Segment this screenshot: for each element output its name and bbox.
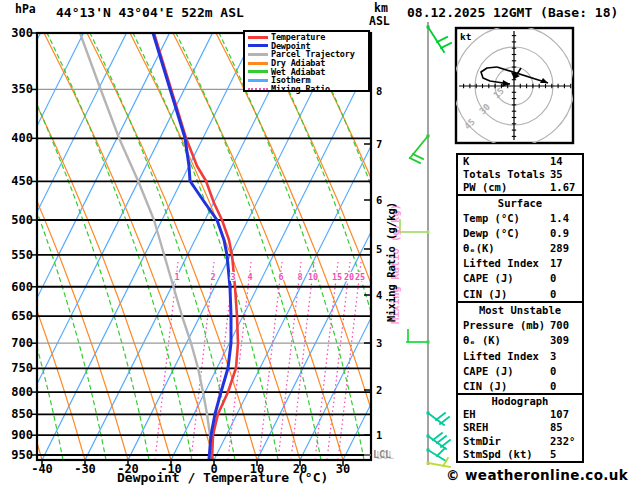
wind-barb: [427, 26, 452, 53]
row-value: 289: [550, 241, 569, 256]
mixing-ratio-axis-label: Mixing Ratio (g/kg): [385, 177, 397, 347]
pressure-tick-label: 750: [11, 361, 33, 375]
table-row: CAPE (J)0: [458, 271, 582, 286]
row-label: θₑ(K): [463, 242, 495, 254]
panel-title: Surface: [458, 196, 582, 211]
row-value: 14: [550, 155, 563, 168]
wind-barb: [427, 412, 450, 426]
pressure-axis-unit: hPa: [15, 2, 36, 16]
mixing-ratio-value-label: 1: [174, 272, 179, 282]
pressure-tick-label: 900: [11, 428, 33, 442]
table-row: Lifted Index3: [458, 349, 582, 364]
indices-panel: HodographEH107SREH85StmDir232°StmSpd (kt…: [456, 393, 584, 463]
wind-barb: [410, 135, 430, 164]
row-value: 0: [550, 379, 556, 394]
legend-line-swatch: [248, 36, 268, 39]
indices-panel: K14Totals Totals35PW (cm)1.67: [456, 153, 584, 196]
wind-barb: [427, 433, 451, 449]
legend-line-swatch: [248, 88, 268, 90]
pressure-tick-label: 650: [11, 309, 33, 323]
lcl-label: LCL: [373, 449, 391, 460]
mixing-ratio-value-label: 20: [344, 272, 354, 282]
row-value: 35: [550, 168, 563, 181]
table-row: θₑ(K)289: [458, 241, 582, 256]
legend-line-swatch: [248, 70, 268, 73]
legend-item-label: Mixing Ratio: [271, 84, 330, 94]
km-tick-label: 4: [376, 289, 382, 301]
row-label: CIN (J): [463, 380, 507, 392]
row-label: CAPE (J): [463, 365, 514, 377]
legend-item: Mixing Ratio: [248, 85, 368, 94]
row-label: Totals Totals: [463, 168, 545, 180]
table-row: Dewp (°C)0.9: [458, 226, 582, 241]
row-label: PW (cm): [463, 181, 507, 193]
pressure-tick-label: 450: [11, 174, 33, 188]
row-value: 700: [550, 318, 569, 333]
km-tick-label: 2: [376, 384, 382, 396]
row-value: 5: [550, 448, 556, 461]
row-value: 3: [550, 349, 556, 364]
wind-barb: [427, 458, 451, 467]
table-row: CAPE (J)0: [458, 364, 582, 379]
row-label: CIN (J): [463, 288, 507, 300]
altitude-axis-unit: km: [374, 1, 388, 15]
table-row: θₑ (K)309: [458, 333, 582, 348]
km-tick-label: 3: [376, 337, 382, 349]
table-row: PW (cm)1.67: [458, 181, 582, 194]
pressure-tick-label: 850: [11, 407, 33, 421]
row-value: 1.4: [550, 211, 569, 226]
mixing-ratio-value-label: 6: [278, 272, 283, 282]
indices-panel: SurfaceTemp (°C)1.4Dewp (°C)0.9θₑ(K)289L…: [456, 194, 584, 304]
wind-barb: [427, 448, 447, 461]
row-label: StmSpd (kt): [463, 448, 533, 460]
panel-title: Hodograph: [458, 395, 582, 408]
table-row: Totals Totals35: [458, 168, 582, 181]
legend: TemperatureDewpointParcel TrajectoryDry …: [243, 30, 370, 92]
row-value: 0: [550, 287, 556, 302]
pressure-tick-label: 500: [11, 213, 33, 227]
mixing-ratio-value-label: 2: [210, 272, 215, 282]
table-row: CIN (J)0: [458, 379, 582, 394]
row-label: Pressure (mb): [463, 319, 545, 331]
panel-title: Most Unstable: [458, 303, 582, 318]
row-label: Lifted Index: [463, 257, 539, 269]
legend-line-swatch: [248, 79, 268, 82]
temp-tick-label: -40: [31, 462, 53, 476]
mixing-ratio-value-label: 3: [230, 272, 235, 282]
pressure-tick-label: 700: [11, 336, 33, 350]
km-tick-label: 6: [376, 194, 382, 206]
row-value: 107: [550, 408, 569, 421]
hodograph: 153045kt: [454, 26, 574, 146]
skewt-sounding-app: 3003504004505005506006507007508008509009…: [0, 0, 629, 486]
mixing-ratio-value-label: 8: [297, 272, 302, 282]
table-row: CIN (J)0: [458, 287, 582, 302]
row-label: CAPE (J): [463, 272, 514, 284]
row-label: Temp (°C): [463, 212, 520, 224]
km-tick-label: 1: [376, 429, 382, 441]
pressure-tick-label: 950: [11, 448, 33, 462]
temp-tick-label: -30: [74, 462, 96, 476]
table-row: EH107: [458, 408, 582, 421]
row-value: 0.9: [550, 226, 569, 241]
altitude-axis-unit-2: ASL: [369, 14, 390, 28]
hodograph-unit-label: kt: [460, 31, 471, 42]
wind-barb: [407, 330, 430, 344]
row-label: θₑ (K): [463, 334, 501, 346]
table-row: Lifted Index17: [458, 256, 582, 271]
legend-line-swatch: [248, 44, 268, 47]
mixing-ratio-value-label: 25: [355, 272, 365, 282]
row-label: K: [463, 155, 469, 167]
row-value: 309: [550, 333, 569, 348]
table-row: Temp (°C)1.4: [458, 211, 582, 226]
pressure-tick-label: 350: [11, 82, 33, 96]
temp-tick-label: 30: [336, 462, 350, 476]
pressure-tick-label: 400: [11, 131, 33, 145]
mixing-ratio-value-label: 15: [332, 272, 342, 282]
pressure-tick-label: 600: [11, 280, 33, 294]
table-row: StmDir232°: [458, 435, 582, 448]
table-row: K14: [458, 155, 582, 168]
wind-barb: [400, 220, 430, 234]
km-tick-label: 5: [376, 243, 382, 255]
table-row: Pressure (mb)700: [458, 318, 582, 333]
legend-line-swatch: [248, 62, 268, 65]
